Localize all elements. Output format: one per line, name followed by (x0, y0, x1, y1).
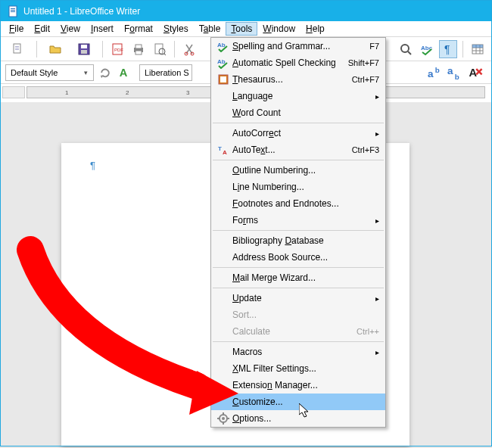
menu-item-label: Calculate (232, 326, 350, 337)
menu-item[interactable]: Address Book Source... (211, 249, 385, 266)
menu-help[interactable]: Help (300, 22, 330, 36)
save-button[interactable] (71, 40, 97, 58)
new-style-button[interactable]: A (117, 64, 133, 81)
spellcheck-button[interactable]: Abc (418, 40, 436, 58)
menu-file[interactable]: File (4, 22, 29, 36)
menu-item[interactable]: AutoCorrect▸ (211, 125, 385, 142)
font-name-combo[interactable]: Liberation S (139, 64, 192, 81)
document-icon (7, 5, 19, 17)
menu-item[interactable]: AbSpelling and Grammar...F7 (211, 38, 385, 54)
svg-text:b: b (455, 72, 459, 80)
menu-item[interactable]: Extension Manager... (211, 377, 385, 394)
insert-table-button[interactable] (469, 40, 487, 58)
menu-item[interactable]: Word Count (211, 104, 385, 121)
ruler-tick: 3 (186, 89, 189, 96)
menu-separator (213, 123, 384, 123)
menu-item-label: Spelling and Grammar... (232, 41, 363, 51)
menu-item-label: Address Book Source... (232, 252, 379, 263)
svg-line-18 (164, 54, 166, 55)
menu-item[interactable]: Customize... (211, 394, 385, 410)
menu-edit[interactable]: Edit (29, 22, 55, 36)
svg-line-22 (408, 51, 411, 54)
menu-separator (213, 341, 384, 342)
menu-shortcut: Shift+F7 (348, 58, 379, 67)
svg-text:A: A (223, 149, 227, 156)
menu-item-label: Bibliography Database (232, 235, 379, 246)
print-button[interactable] (129, 40, 148, 58)
menu-item[interactable]: Bibliography Database (211, 232, 385, 249)
svg-text:a: a (447, 65, 453, 76)
menu-item: Sort... (211, 306, 385, 323)
svg-rect-15 (135, 51, 142, 54)
svg-rect-7 (15, 49, 19, 50)
menu-item-label: Customize... (232, 397, 379, 407)
svg-rect-41 (220, 76, 226, 82)
menu-item[interactable]: AbAutomatic Spell CheckingShift+F7 (211, 54, 385, 71)
menu-item-label: Automatic Spell Checking (232, 58, 342, 68)
menu-item-label: Thesaurus... (232, 74, 346, 85)
svg-rect-5 (15, 46, 19, 47)
menu-styles[interactable]: Styles (158, 22, 194, 36)
menu-item-label: AutoText... (232, 145, 346, 155)
menu-item[interactable]: Options... (211, 410, 385, 427)
menu-item[interactable]: Thesaurus...Ctrl+F7 (211, 71, 385, 88)
menu-item[interactable]: Forms▸ (211, 212, 385, 229)
svg-rect-14 (135, 45, 142, 48)
update-style-button[interactable] (97, 64, 114, 81)
menu-item-label: Language (232, 91, 371, 101)
formatting-marks-button[interactable]: ¶ (439, 40, 457, 58)
menu-view[interactable]: View (55, 22, 86, 36)
clear-formatting-button[interactable]: A (467, 64, 484, 81)
submenu-arrow-icon: ▸ (375, 129, 379, 138)
svg-rect-30 (472, 45, 483, 48)
tools-menu-dropdown: AbSpelling and Grammar...F7AbAutomatic S… (210, 37, 386, 428)
menu-item-label: Macros (232, 347, 371, 357)
svg-rect-3 (11, 11, 15, 12)
menu-item[interactable]: TAAutoText...Ctrl+F3 (211, 142, 385, 158)
separator (462, 41, 463, 58)
menu-format[interactable]: Format (119, 22, 158, 36)
chevron-down-icon: ▾ (79, 69, 92, 76)
svg-text:a: a (428, 68, 434, 79)
print-preview-button[interactable] (151, 40, 169, 58)
ta-icon: TA (214, 144, 232, 156)
menu-shortcut: Ctrl++ (357, 327, 379, 336)
menu-item[interactable]: Update▸ (211, 290, 385, 306)
menu-table[interactable]: Table (194, 22, 226, 36)
menu-item-label: Update (232, 293, 371, 303)
svg-text:PDF: PDF (114, 48, 123, 52)
svg-marker-31 (101, 75, 104, 78)
paragraph-style-value: Default Style (11, 68, 58, 77)
menu-tools[interactable]: Tools (226, 22, 257, 36)
font-name-value: Liberation S (145, 68, 189, 77)
svg-text:A: A (469, 66, 477, 78)
svg-text:T: T (218, 145, 222, 152)
menu-item[interactable]: Macros▸ (211, 344, 385, 360)
find-button[interactable] (397, 40, 415, 58)
menu-item[interactable]: Mail Merge Wizard... (211, 269, 385, 286)
cut-button[interactable] (180, 40, 198, 58)
paragraph-style-combo[interactable]: Default Style ▾ (5, 64, 94, 81)
new-doc-button[interactable] (5, 40, 31, 58)
window-title: Untitled 1 - LibreOffice Writer (23, 6, 140, 17)
menu-window[interactable]: Window (257, 22, 300, 36)
export-pdf-button[interactable]: PDF (108, 40, 126, 58)
abc-check-icon: Ab (214, 40, 232, 52)
menu-item-label: AutoCorrect (232, 128, 371, 138)
superscript-button[interactable]: ab (428, 64, 444, 81)
menu-separator (213, 230, 384, 231)
menu-insert[interactable]: Insert (86, 22, 119, 36)
menu-item[interactable]: Language▸ (211, 88, 385, 104)
svg-point-45 (222, 417, 225, 420)
subscript-button[interactable]: ab (447, 64, 464, 81)
menu-shortcut: Ctrl+F3 (352, 145, 379, 154)
submenu-arrow-icon: ▸ (375, 216, 379, 225)
submenu-arrow-icon: ▸ (375, 92, 379, 101)
menu-item[interactable]: Line Numbering... (211, 179, 385, 195)
menu-item[interactable]: XML Filter Settings... (211, 360, 385, 377)
menu-item[interactable]: Footnotes and Endnotes... (211, 195, 385, 212)
svg-rect-9 (81, 45, 87, 48)
menu-separator (213, 267, 384, 268)
menu-item[interactable]: Outline Numbering... (211, 162, 385, 179)
open-button[interactable] (42, 40, 68, 58)
